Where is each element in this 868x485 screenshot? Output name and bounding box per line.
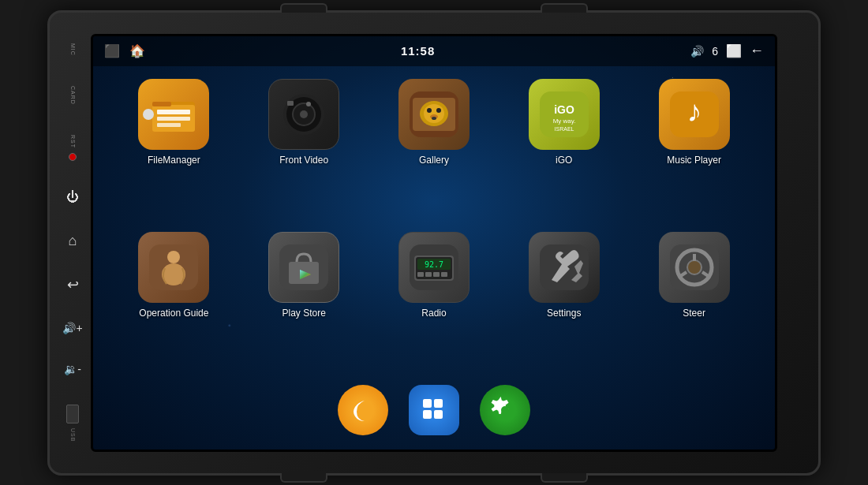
left-panel: MIC CARD RST ⏻ ⌂ ↩ 🔊+ 🔉- USB <box>61 13 84 473</box>
window-icon[interactable]: ⬜ <box>726 43 742 58</box>
operation-guide-icon <box>149 244 198 290</box>
app-play-store-label: Play Store <box>282 308 326 319</box>
svg-text:ISRAEL: ISRAEL <box>554 126 574 132</box>
front-video-icon <box>279 91 328 137</box>
clock: 11:58 <box>401 44 435 58</box>
app-row-1: FileManager Front Video <box>109 79 759 166</box>
app-operation-guide[interactable]: Operation Guide <box>122 232 225 319</box>
usb-label: USB <box>70 428 76 442</box>
app-radio-label: Radio <box>421 308 446 319</box>
svg-point-10 <box>306 102 311 106</box>
vol-up-button[interactable]: 🔊+ <box>62 323 82 334</box>
play-store-icon <box>279 244 328 290</box>
file-manager-icon <box>151 94 196 135</box>
power-button[interactable]: ⏻ <box>66 191 79 203</box>
mount-tab-top-left <box>280 3 327 13</box>
app-grid: FileManager Front Video <box>93 66 775 450</box>
volume-level: 6 <box>712 45 718 58</box>
app-gallery-label: Gallery <box>419 155 449 166</box>
svg-point-27 <box>167 251 180 263</box>
dock-app-drawer[interactable] <box>409 385 459 435</box>
app-steer-label: Steer <box>683 308 705 319</box>
dock-night-mode[interactable] <box>338 385 388 435</box>
status-bar: ⬛ 🏠 11:58 🔊 6 ⬜ ← <box>93 36 775 66</box>
svg-rect-2 <box>152 102 171 106</box>
app-front-video-label: Front Video <box>279 155 328 166</box>
app-music-player-label: Music Player <box>667 155 721 166</box>
app-igo[interactable]: iGO My way. ISRAEL iGO <box>513 79 615 166</box>
svg-text:92.7: 92.7 <box>425 260 443 269</box>
svg-point-54 <box>501 406 509 414</box>
app-music-player[interactable]: ♪ Music Player <box>643 79 746 166</box>
moon-icon <box>349 396 377 424</box>
settings-icon <box>540 244 589 290</box>
device-frame: MIC CARD RST ⏻ ⌂ ↩ 🔊+ 🔉- USB <box>47 10 821 476</box>
svg-rect-52 <box>423 410 432 419</box>
screen: ⬛ 🏠 11:58 🔊 6 ⬜ ← <box>91 34 777 452</box>
svg-rect-38 <box>417 272 424 277</box>
app-row-2: Operation Guide <box>109 232 759 319</box>
vol-down-button[interactable]: 🔉- <box>64 364 81 375</box>
home-nav-icon[interactable]: 🏠 <box>129 43 145 58</box>
dock-row <box>109 385 759 440</box>
home-hw-button[interactable]: ⌂ <box>69 233 77 248</box>
back-icon[interactable]: ← <box>750 43 764 59</box>
svg-point-17 <box>436 108 441 113</box>
app-settings-label: Settings <box>547 308 581 319</box>
app-file-manager[interactable]: FileManager <box>122 79 225 166</box>
steer-icon <box>670 244 719 290</box>
svg-point-49 <box>688 261 701 274</box>
rst-button[interactable] <box>69 153 77 161</box>
svg-rect-39 <box>425 272 432 277</box>
app-play-store[interactable]: Play Store <box>253 232 355 319</box>
svg-rect-11 <box>287 101 294 106</box>
mount-tab-bottom-right <box>541 473 588 483</box>
svg-rect-51 <box>434 399 443 408</box>
back-nav-icon[interactable]: ⬛ <box>104 43 120 58</box>
app-file-manager-label: FileManager <box>148 155 200 166</box>
radio-icon: 92.7 <box>410 244 458 290</box>
svg-point-15 <box>424 104 444 123</box>
mount-tab-bottom-left <box>280 473 327 483</box>
svg-rect-53 <box>434 410 443 419</box>
quick-settings-icon <box>491 396 519 424</box>
svg-text:♪: ♪ <box>687 95 702 128</box>
app-operation-guide-label: Operation Guide <box>139 308 208 319</box>
gallery-icon <box>410 91 458 137</box>
svg-rect-3 <box>157 110 190 114</box>
svg-point-19 <box>432 117 436 120</box>
svg-point-16 <box>427 108 432 113</box>
volume-icon: 🔊 <box>690 45 704 58</box>
card-label: CARD <box>70 86 76 105</box>
svg-rect-5 <box>157 123 181 127</box>
dock-quick-settings[interactable] <box>480 385 530 435</box>
app-drawer-icon <box>420 396 448 424</box>
svg-rect-4 <box>157 117 190 121</box>
svg-text:iGO: iGO <box>554 103 574 116</box>
app-steer[interactable]: Steer <box>643 232 746 319</box>
back-hw-button[interactable]: ↩ <box>67 278 79 292</box>
svg-point-9 <box>300 110 308 118</box>
usb-port[interactable] <box>66 405 79 423</box>
app-front-video[interactable]: Front Video <box>253 79 355 166</box>
mount-tab-top-right <box>541 3 588 13</box>
svg-rect-40 <box>433 272 440 277</box>
svg-rect-50 <box>423 399 432 408</box>
svg-text:My way.: My way. <box>552 118 575 125</box>
music-player-icon: ♪ <box>670 91 719 137</box>
app-gallery[interactable]: Gallery <box>383 79 485 166</box>
rst-label: RST <box>70 135 76 148</box>
igo-icon: iGO My way. ISRAEL <box>540 91 589 137</box>
svg-rect-41 <box>441 272 447 277</box>
app-radio[interactable]: 92.7 Radio <box>383 232 485 319</box>
app-igo-label: iGO <box>556 155 572 166</box>
mic-label: MIC <box>70 43 76 56</box>
app-settings[interactable]: Settings <box>513 232 615 319</box>
